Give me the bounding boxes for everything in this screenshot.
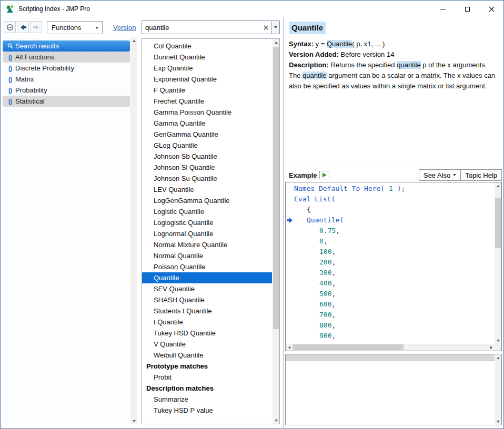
- function-list-item[interactable]: Logistic Quantile: [142, 206, 272, 217]
- details-panel: Quantile Syntax: y = Quantile( p, x1, ..…: [283, 17, 503, 428]
- scroll-track[interactable]: [273, 46, 279, 417]
- function-list-item[interactable]: LogGenGamma Quantile: [142, 195, 272, 206]
- function-list-item[interactable]: t Quantile: [142, 316, 272, 328]
- topic-help-button[interactable]: Topic Help: [460, 169, 502, 181]
- scroll-up-arrow[interactable]: [130, 37, 137, 44]
- clear-search-button[interactable]: [260, 25, 271, 30]
- forward-button[interactable]: [30, 21, 42, 33]
- triangle-down-icon: [497, 421, 500, 423]
- function-list-item[interactable]: Weibull Quantile: [142, 350, 272, 361]
- function-list-item[interactable]: Exponential Quantile: [142, 74, 272, 85]
- close-icon: [489, 6, 495, 12]
- function-list-item[interactable]: F Quantile: [142, 85, 272, 96]
- scroll-track[interactable]: [495, 361, 501, 418]
- category-item[interactable]: ()All Functions: [3, 52, 130, 63]
- search-input[interactable]: [142, 24, 260, 32]
- functions-dropdown[interactable]: Functions: [47, 21, 103, 34]
- scroll-thumb[interactable]: [293, 344, 404, 350]
- code-horizontal-scrollbar[interactable]: [286, 344, 495, 351]
- function-list-item[interactable]: Frechet Quantile: [142, 96, 272, 107]
- triangle-up-icon: [497, 357, 500, 359]
- text-segment: y =: [314, 40, 327, 48]
- category-item[interactable]: ()Discrete Probability: [3, 63, 130, 74]
- example-code-editor[interactable]: Names Default To Here( 1 );Eval List({Qu…: [285, 182, 502, 351]
- code-line: 800,: [286, 320, 495, 331]
- function-list-item[interactable]: Col Quantile: [142, 40, 272, 52]
- code-area[interactable]: Names Default To Here( 1 );Eval List({Qu…: [286, 182, 495, 344]
- scroll-left-arrow[interactable]: [286, 344, 293, 351]
- scroll-up-arrow[interactable]: [495, 182, 501, 189]
- function-list-item[interactable]: Johnson Su Quantile: [142, 173, 272, 184]
- function-list-item[interactable]: Probit: [142, 372, 272, 383]
- category-label: Probability: [15, 86, 47, 94]
- scroll-track[interactable]: [293, 344, 488, 351]
- version-link[interactable]: Version: [113, 24, 136, 32]
- function-list-item[interactable]: Dunnett Quantile: [142, 52, 272, 63]
- parens-icon: (): [5, 87, 15, 94]
- triangle-down-icon: [497, 340, 500, 342]
- function-list-item[interactable]: Normal Mixture Quantile: [142, 239, 272, 250]
- window-title: Scripting Index - JMP Pro: [18, 5, 90, 13]
- code-token: ,: [331, 248, 336, 256]
- category-item[interactable]: Search results: [3, 40, 130, 52]
- function-list-item[interactable]: Summarize: [142, 394, 272, 405]
- see-also-button[interactable]: See Also: [419, 169, 461, 181]
- code-vertical-scrollbar[interactable]: [495, 182, 501, 344]
- function-list-item[interactable]: SHASH Quantile: [142, 294, 272, 305]
- function-list-item[interactable]: GenGamma Quantile: [142, 129, 272, 140]
- scroll-down-arrow[interactable]: [273, 417, 279, 424]
- function-list-item[interactable]: Tukey HSD Quantile: [142, 328, 272, 339]
- function-list-item[interactable]: Exp Quantile: [142, 63, 272, 74]
- function-list-item[interactable]: Quantile: [142, 272, 272, 283]
- function-list-item[interactable]: Poisson Quantile: [142, 261, 272, 272]
- scroll-thumb[interactable]: [273, 47, 279, 329]
- scroll-right-arrow[interactable]: [488, 344, 495, 351]
- close-button[interactable]: [479, 1, 503, 17]
- function-list-item[interactable]: Gamma Quantile: [142, 118, 272, 129]
- scroll-up-arrow[interactable]: [495, 354, 501, 361]
- function-list-item[interactable]: Gamma Poisson Quantile: [142, 107, 272, 118]
- collapse-button[interactable]: [4, 21, 16, 33]
- function-list-item[interactable]: V Quantile: [142, 339, 272, 350]
- code-token: 0.75: [319, 227, 336, 234]
- minimize-button[interactable]: [431, 1, 455, 17]
- function-list-item[interactable]: LEV Quantile: [142, 184, 272, 195]
- output-scrollbar[interactable]: [495, 354, 501, 425]
- function-list-item[interactable]: Johnson Sl Quantile: [142, 162, 272, 173]
- triangle-left-icon: [288, 346, 290, 349]
- scroll-down-arrow[interactable]: [495, 418, 501, 425]
- code-token: 900: [319, 332, 331, 340]
- code-line: 400,: [286, 278, 495, 289]
- syntax-label: Syntax:: [289, 40, 314, 48]
- function-list-item[interactable]: Normal Quantile: [142, 250, 272, 261]
- scroll-down-arrow[interactable]: [495, 337, 501, 344]
- scroll-down-arrow[interactable]: [130, 417, 137, 424]
- function-list-item[interactable]: GLog Quantile: [142, 140, 272, 151]
- scroll-track[interactable]: [495, 189, 501, 337]
- scroll-track[interactable]: [130, 44, 137, 417]
- function-list-item[interactable]: Loglogistic Quantile: [142, 217, 272, 228]
- code-token: 600: [319, 300, 331, 308]
- category-item[interactable]: ()Statistical: [3, 96, 130, 107]
- function-list-item[interactable]: SEV Quantile: [142, 283, 272, 294]
- function-list-scrollbar[interactable]: [273, 39, 279, 424]
- code-token: ,: [331, 258, 336, 266]
- maximize-button[interactable]: [455, 1, 479, 17]
- category-item[interactable]: ()Matrix: [3, 74, 130, 85]
- function-list-item[interactable]: Johnson Sb Quantile: [142, 151, 272, 162]
- code-token: ,: [331, 279, 336, 287]
- run-script-icon[interactable]: [319, 171, 329, 179]
- code-line: {: [286, 205, 495, 215]
- function-list-item[interactable]: Tukey HSD P value: [142, 405, 272, 416]
- code-lines: Names Default To Here( 1 );Eval List({Qu…: [286, 182, 495, 344]
- scroll-up-arrow[interactable]: [273, 39, 279, 46]
- function-list-item[interactable]: Lognormal Quantile: [142, 228, 272, 239]
- function-list-item[interactable]: Students t Quantile: [142, 305, 272, 316]
- category-item[interactable]: ()Probability: [3, 85, 130, 96]
- category-scrollbar[interactable]: [130, 37, 137, 424]
- syntax-line: Syntax: y = Quantile( p, x1, ... ): [289, 39, 496, 49]
- code-token: ,: [331, 300, 336, 308]
- search-history-dropdown-button[interactable]: [271, 21, 280, 34]
- scroll-thumb[interactable]: [495, 198, 501, 248]
- back-button[interactable]: [17, 21, 29, 33]
